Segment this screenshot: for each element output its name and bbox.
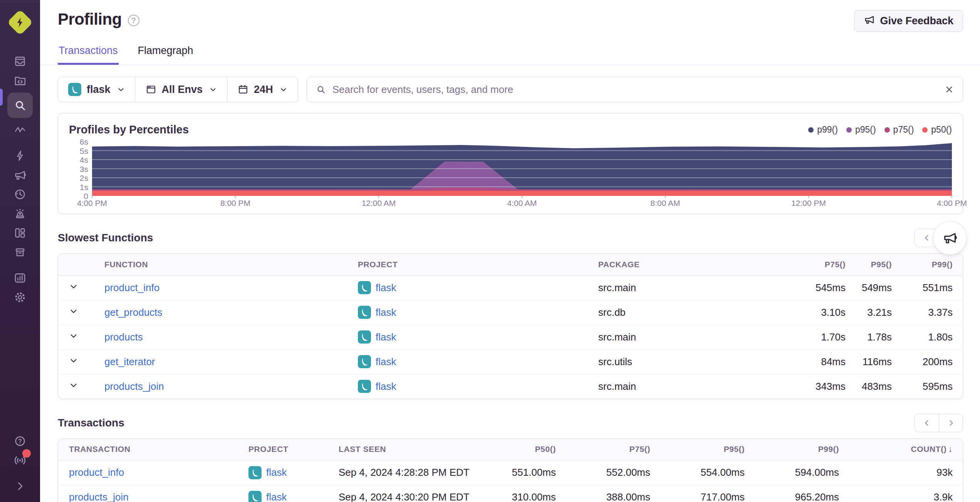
stats-chart-icon[interactable] bbox=[12, 270, 29, 286]
column-header[interactable]: P95() bbox=[856, 254, 903, 275]
table-row[interactable]: productsflasksrc.main1.70s1.78s1.80s bbox=[58, 325, 963, 349]
y-axis-label: 5s bbox=[69, 147, 88, 156]
y-axis-label: 1s bbox=[69, 183, 88, 192]
expand-row-button[interactable] bbox=[58, 349, 89, 374]
y-axis-label: 3s bbox=[69, 165, 88, 174]
sort-desc-icon: ↓ bbox=[948, 444, 953, 454]
column-header[interactable]: COUNT()↓ bbox=[850, 439, 963, 460]
help-icon[interactable]: ? bbox=[12, 433, 29, 450]
prev-page-button[interactable] bbox=[915, 414, 939, 432]
transactions-pagination bbox=[915, 414, 963, 432]
column-header[interactable]: P75() bbox=[799, 254, 856, 275]
give-feedback-button[interactable]: Give Feedback bbox=[854, 10, 963, 32]
date-range-filter[interactable]: 24H bbox=[227, 77, 298, 102]
project-link[interactable]: flask bbox=[376, 356, 396, 368]
function-link[interactable]: get_iterator bbox=[104, 356, 155, 367]
flask-project-icon bbox=[248, 466, 262, 479]
sentry-logo[interactable] bbox=[8, 10, 32, 35]
search-icon[interactable] bbox=[7, 93, 33, 118]
transaction-link[interactable]: product_info bbox=[69, 467, 124, 478]
legend-item-p99[interactable]: p99() bbox=[808, 125, 838, 135]
column-header[interactable]: PROJECT bbox=[342, 254, 583, 275]
tab-divider bbox=[40, 65, 980, 65]
project-link[interactable]: flask bbox=[376, 307, 396, 318]
project-filter[interactable]: flask bbox=[58, 77, 135, 102]
tab-transactions[interactable]: Transactions bbox=[58, 45, 119, 65]
dashboard-layout-icon[interactable] bbox=[12, 224, 29, 241]
legend-item-p50[interactable]: p50() bbox=[922, 125, 952, 135]
column-header[interactable]: P99() bbox=[903, 254, 963, 275]
tab-bar: Transactions Flamegraph bbox=[58, 45, 963, 65]
chevron-down-icon bbox=[69, 306, 79, 316]
column-header[interactable]: FUNCTION bbox=[89, 254, 342, 275]
column-header[interactable]: LAST SEEN bbox=[328, 439, 490, 460]
p75-cell: 545ms bbox=[799, 275, 856, 300]
project-link[interactable]: flask bbox=[376, 381, 396, 393]
y-axis-label: 4s bbox=[69, 155, 88, 165]
floating-feedback-button[interactable] bbox=[933, 221, 967, 255]
gear-icon[interactable] bbox=[12, 289, 29, 306]
next-page-button[interactable] bbox=[939, 414, 963, 432]
transactions-table: TRANSACTIONPROJECTLAST SEENP50()P75()P95… bbox=[58, 439, 963, 502]
table-row[interactable]: get_productsflasksrc.db3.10s3.21s3.37s bbox=[58, 300, 963, 325]
transaction-cell: products_join bbox=[58, 485, 238, 502]
legend-item-p75[interactable]: p75() bbox=[884, 125, 914, 135]
count-cell: 93k bbox=[850, 460, 963, 485]
transaction-link[interactable]: products_join bbox=[69, 491, 129, 502]
expand-row-button[interactable] bbox=[58, 325, 89, 349]
column-header[interactable]: P95() bbox=[661, 439, 755, 460]
function-link[interactable]: product_info bbox=[104, 282, 159, 293]
x-axis-tick bbox=[92, 195, 92, 198]
folder-code-icon[interactable] bbox=[12, 72, 29, 89]
lightning-icon[interactable] bbox=[12, 147, 29, 164]
p95-cell: 1.78s bbox=[856, 325, 903, 349]
x-axis-tick bbox=[665, 195, 666, 198]
count-cell: 3.9k bbox=[850, 485, 963, 502]
table-row[interactable]: products_joinflaskSep 4, 2024 4:30:20 PM… bbox=[58, 485, 963, 502]
project-link[interactable]: flask bbox=[376, 331, 396, 343]
function-link[interactable]: products bbox=[104, 331, 143, 343]
expand-row-button[interactable] bbox=[58, 374, 89, 399]
last-seen-cell: Sep 4, 2024 4:28:28 PM EDT bbox=[328, 460, 490, 485]
tab-flamegraph[interactable]: Flamegraph bbox=[137, 45, 194, 65]
transaction-cell: product_info bbox=[58, 460, 238, 485]
column-header[interactable]: P99() bbox=[755, 439, 850, 460]
x-axis-tick bbox=[522, 195, 522, 198]
column-header-expand bbox=[58, 254, 89, 275]
column-header[interactable]: TRANSACTION bbox=[58, 439, 238, 460]
p95-cell: 554.00ms bbox=[661, 460, 755, 485]
legend-label: p75() bbox=[893, 125, 914, 135]
table-row[interactable]: products_joinflasksrc.main343ms483ms595m… bbox=[58, 374, 963, 399]
table-row[interactable]: get_iteratorflasksrc.utils84ms116ms200ms bbox=[58, 349, 963, 374]
expand-chevron-icon[interactable] bbox=[12, 478, 29, 495]
archive-box-icon[interactable] bbox=[12, 244, 29, 261]
broadcast-icon[interactable] bbox=[12, 452, 29, 469]
project-link[interactable]: flask bbox=[376, 282, 396, 294]
close-icon[interactable] bbox=[944, 84, 954, 94]
column-header[interactable]: PACKAGE bbox=[583, 254, 799, 275]
project-link[interactable]: flask bbox=[266, 467, 287, 478]
environment-filter[interactable]: All Envs bbox=[135, 77, 228, 102]
legend-item-p95[interactable]: p95() bbox=[846, 125, 876, 135]
column-header[interactable]: P75() bbox=[567, 439, 661, 460]
expand-row-button[interactable] bbox=[58, 300, 89, 325]
function-link[interactable]: get_products bbox=[104, 307, 162, 318]
expand-row-button[interactable] bbox=[58, 275, 89, 300]
x-axis-tick bbox=[951, 195, 952, 198]
flask-project-icon bbox=[358, 355, 371, 368]
megaphone-icon[interactable] bbox=[12, 167, 29, 184]
table-row[interactable]: product_infoflaskSep 4, 2024 4:28:28 PM … bbox=[58, 460, 963, 485]
search-input[interactable] bbox=[332, 84, 938, 96]
sidebar: ? bbox=[0, 0, 40, 502]
column-header[interactable]: PROJECT bbox=[238, 439, 328, 460]
x-axis-tick bbox=[235, 195, 236, 198]
zigzag-trace-icon[interactable] bbox=[12, 121, 29, 138]
page-help-icon[interactable]: ? bbox=[128, 15, 139, 26]
inbox-icon[interactable] bbox=[12, 53, 29, 70]
alerts-siren-icon[interactable] bbox=[12, 205, 29, 222]
column-header[interactable]: P50() bbox=[490, 439, 567, 460]
table-row[interactable]: product_infoflasksrc.main545ms549ms551ms bbox=[58, 275, 963, 300]
function-link[interactable]: products_join bbox=[104, 381, 164, 392]
replay-clock-icon[interactable] bbox=[12, 186, 29, 203]
project-link[interactable]: flask bbox=[266, 491, 287, 502]
